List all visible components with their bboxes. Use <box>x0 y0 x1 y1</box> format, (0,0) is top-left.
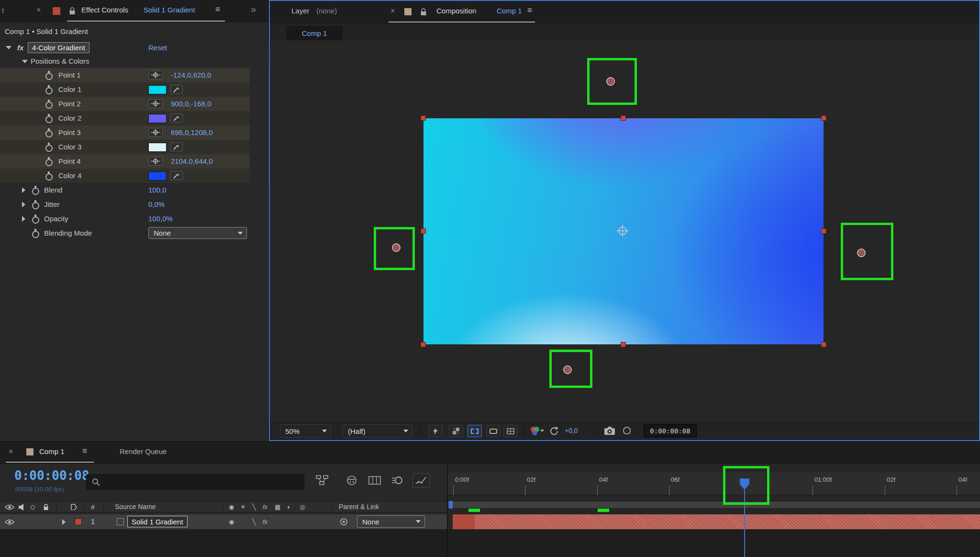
tab-render-queue[interactable]: Render Queue <box>120 447 167 455</box>
stopwatch-icon[interactable] <box>45 143 53 152</box>
effect-point-icon[interactable] <box>148 157 163 166</box>
fast-previews-icon[interactable] <box>428 425 443 437</box>
quality-column-icon[interactable]: ╲ <box>252 501 256 513</box>
layer-handle-bottom-right[interactable] <box>821 342 826 347</box>
index-column-label[interactable]: # <box>91 501 95 513</box>
parent-link-dropdown[interactable]: None <box>357 515 425 528</box>
eye-column-icon[interactable] <box>5 504 14 510</box>
resolution-dropdown[interactable]: (Half) <box>343 424 412 438</box>
param-value[interactable]: 900,0,-168,0 <box>171 97 211 111</box>
layer-row[interactable]: 1 Solid 1 Gradient ◉ ╲ fx None <box>0 514 447 529</box>
eyedropper-icon[interactable] <box>170 142 183 151</box>
param-value[interactable]: 100,0 <box>148 183 167 197</box>
panel-menu-icon[interactable]: ≡ <box>82 446 87 456</box>
shy-column-icon[interactable]: ◉ <box>229 501 234 513</box>
expand-icon[interactable] <box>22 187 25 193</box>
color-swatch[interactable] <box>148 85 167 94</box>
shy-layers-icon[interactable] <box>346 475 357 486</box>
layer-bar-in-cap[interactable] <box>453 514 475 529</box>
blending-mode-dropdown[interactable]: None <box>148 227 247 239</box>
show-snapshot-icon[interactable] <box>623 427 631 434</box>
layer-handle-mid-right[interactable] <box>821 228 826 234</box>
mask-visibility-icon[interactable] <box>486 425 501 437</box>
audio-column-icon[interactable] <box>18 504 24 511</box>
layer-fx-badge[interactable]: fx <box>263 516 267 528</box>
stopwatch-icon[interactable] <box>32 215 39 224</box>
panel-menu-icon[interactable]: ≡ <box>527 6 532 15</box>
stopwatch-icon[interactable] <box>45 171 53 181</box>
source-name-column-label[interactable]: Source Name <box>115 503 156 511</box>
eyedropper-icon[interactable] <box>170 171 183 180</box>
param-value[interactable]: 100,0% <box>148 212 173 226</box>
stopwatch-icon[interactable] <box>32 229 39 238</box>
eyedropper-icon[interactable] <box>170 85 183 94</box>
color-swatch[interactable] <box>148 143 167 152</box>
solo-column-icon[interactable] <box>31 505 35 510</box>
mini-flowchart-icon[interactable] <box>316 475 328 486</box>
overflow-chevrons-icon[interactable]: » <box>251 4 256 15</box>
layer-handle-top-left[interactable] <box>421 115 426 121</box>
transparency-grid-icon[interactable] <box>449 425 463 437</box>
zoom-dropdown[interactable]: 50% <box>280 424 331 438</box>
exposure-value[interactable]: +0,0 <box>565 427 578 434</box>
grid-guides-icon[interactable] <box>503 425 518 437</box>
tab-effect-controls[interactable]: Effect Controls <box>81 6 128 14</box>
stopwatch-icon[interactable] <box>32 200 39 209</box>
tab-composition-target[interactable]: Comp 1 <box>497 7 522 15</box>
tab-layer[interactable]: Layer <box>291 7 310 15</box>
reset-exposure-icon[interactable] <box>550 427 559 435</box>
region-of-interest-icon[interactable] <box>468 425 482 437</box>
param-value[interactable]: 0,0% <box>148 197 165 212</box>
param-value[interactable]: 696,0,1208,0 <box>171 125 213 140</box>
layer-handle-bottom-left[interactable] <box>421 342 426 347</box>
layer-name[interactable]: Solid 1 Gradient <box>127 516 188 527</box>
layer-handle-top-center[interactable] <box>621 115 626 121</box>
partial-tab-label[interactable]: t <box>2 6 4 14</box>
close-icon[interactable]: × <box>9 447 13 456</box>
tab-effect-controls-target[interactable]: Solid 1 Gradient <box>144 6 195 14</box>
stopwatch-icon[interactable] <box>45 85 53 94</box>
layer-anchor-point-icon[interactable] <box>616 225 629 237</box>
collapse-column-icon[interactable]: ☀ <box>240 501 246 513</box>
label-column-icon[interactable] <box>71 504 77 510</box>
stopwatch-icon[interactable] <box>45 100 53 109</box>
frame-blend-column-icon[interactable]: ▦ <box>275 501 280 513</box>
group-expand-icon[interactable] <box>22 60 28 63</box>
frame-blend-icon[interactable] <box>368 475 381 486</box>
fx-column-icon[interactable]: fx <box>263 501 267 513</box>
eyedropper-icon[interactable] <box>170 114 183 123</box>
effect-expand-icon[interactable] <box>6 46 11 49</box>
layer-visibility-eye-icon[interactable] <box>5 519 14 525</box>
color-swatch[interactable] <box>148 171 167 181</box>
layer-handle-top-right[interactable] <box>821 115 826 121</box>
expand-icon[interactable] <box>22 216 25 222</box>
layer-handle-bottom-center[interactable] <box>621 342 626 347</box>
expand-icon[interactable] <box>22 202 25 207</box>
layer-handle-mid-left[interactable] <box>421 228 426 234</box>
layer-quality-toggle-icon[interactable]: ╲ <box>252 516 256 528</box>
parent-pickwhip-icon[interactable] <box>340 518 348 526</box>
motion-blur-column-icon[interactable]: ◐ <box>287 501 291 513</box>
effect-point-icon[interactable] <box>148 70 163 80</box>
adjustment-column-icon[interactable]: ◎ <box>300 501 305 513</box>
panel-menu-icon[interactable]: ≡ <box>215 5 220 14</box>
viewer-tab-comp1[interactable]: Comp 1 <box>286 26 343 40</box>
close-icon[interactable]: × <box>390 7 395 15</box>
lock-column-icon[interactable] <box>43 503 49 511</box>
tab-timeline-comp1[interactable]: Comp 1 <box>39 447 65 455</box>
preview-timecode[interactable]: 0:00:00:08 <box>644 424 697 437</box>
work-area-bar[interactable] <box>448 501 980 509</box>
solid-gradient-layer[interactable] <box>423 118 824 344</box>
current-timecode[interactable]: 0:00:00:08 <box>14 468 89 483</box>
effect-point-icon[interactable] <box>148 99 163 108</box>
stopwatch-icon[interactable] <box>45 128 53 137</box>
param-value[interactable]: 2104,0,644,0 <box>171 154 213 169</box>
layer-label-chip[interactable] <box>75 518 82 525</box>
effect-name[interactable]: 4-Color Gradient <box>28 42 89 53</box>
color-swatch[interactable] <box>148 114 167 123</box>
time-ruler[interactable]: 0:00f 02f 04f 06f 01:00f 02f 04f <box>448 472 980 495</box>
param-value[interactable]: -124,0,620,0 <box>171 68 211 82</box>
reset-button[interactable]: Reset <box>148 41 167 55</box>
search-input[interactable] <box>86 474 304 489</box>
layer-duration-bar[interactable] <box>453 514 980 529</box>
